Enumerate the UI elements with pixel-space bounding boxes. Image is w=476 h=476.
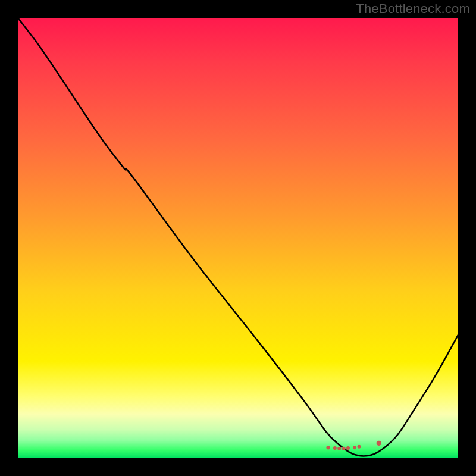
marker-cluster — [327, 441, 382, 450]
marker-dot — [337, 447, 341, 450]
marker-dot — [353, 446, 356, 449]
marker-dot — [358, 445, 361, 449]
marker-dot — [377, 441, 381, 446]
chart-svg — [18, 18, 458, 458]
marker-dot — [327, 446, 330, 449]
marker-dot — [342, 447, 346, 450]
marker-dot — [346, 446, 350, 450]
watermark-text: TheBottleneck.com — [356, 1, 470, 17]
marker-dot — [333, 446, 337, 450]
plot-area — [18, 18, 458, 458]
chart-frame: TheBottleneck.com — [0, 0, 476, 476]
bottleneck-curve — [18, 18, 458, 456]
